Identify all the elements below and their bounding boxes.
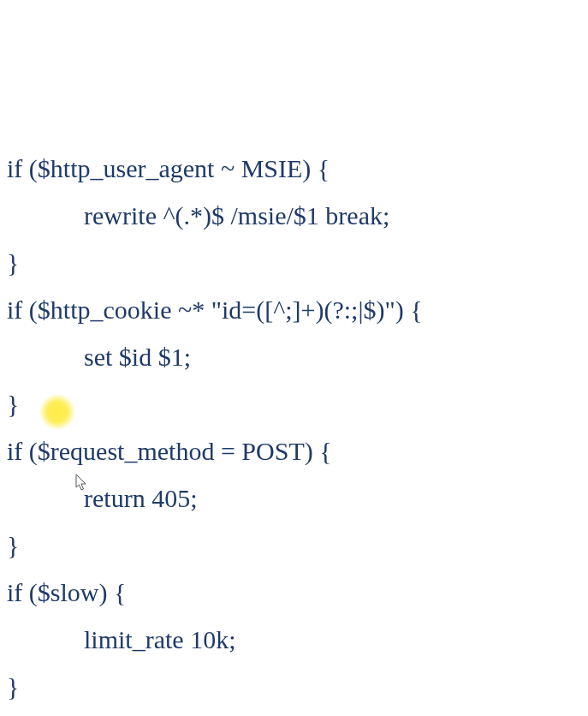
code-snippet: if ($http_user_agent ~ MSIE) { rewrite ^…	[0, 0, 588, 716]
code-line: if ($http_user_agent ~ MSIE) {	[7, 154, 330, 182]
code-line: if ($request_method = POST) {	[7, 437, 332, 465]
code-line: }	[7, 672, 19, 701]
code-line: return 405;	[7, 484, 197, 512]
code-line: rewrite ^(.*)$ /msie/$1 break;	[7, 201, 389, 230]
code-line: }	[7, 531, 19, 559]
code-line: set $id $1;	[7, 343, 191, 371]
code-line: }	[7, 390, 19, 418]
cursor-highlight	[39, 394, 75, 430]
code-line: limit_rate 10k;	[7, 625, 235, 653]
code-line: if ($http_cookie ~* "id=([^;]+)(?:;|$)")…	[7, 295, 423, 324]
code-line: }	[7, 248, 19, 277]
code-line: if ($slow) {	[7, 578, 126, 606]
